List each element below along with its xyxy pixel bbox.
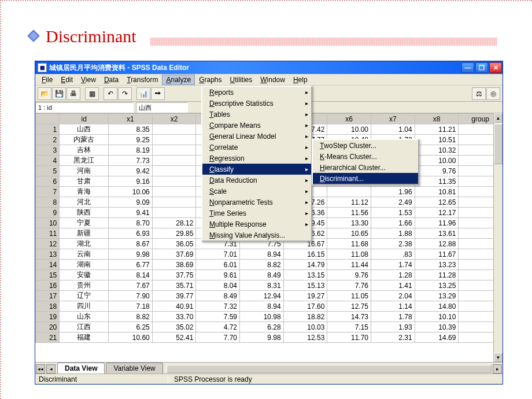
cell[interactable]: 1.66 [371, 218, 415, 228]
tab-nav-first-icon[interactable]: ◂◂ [36, 364, 45, 374]
cell[interactable]: 7.01 [196, 249, 240, 260]
scroll-down-icon[interactable]: ▼ [494, 353, 503, 362]
menu-item-scale[interactable]: Scale [202, 186, 311, 197]
cell-ref[interactable]: 1 : id [35, 102, 134, 113]
row-header[interactable]: 1 [36, 124, 60, 135]
cell[interactable]: 7.67 [109, 280, 153, 291]
row-header[interactable]: 19 [36, 312, 60, 322]
cell[interactable]: 39.77 [152, 291, 196, 301]
cell[interactable]: 安徽 [60, 270, 109, 280]
menu-utilities[interactable]: Utilities [226, 75, 257, 85]
close-button[interactable]: ✕ [489, 62, 502, 73]
menu-graphs[interactable]: Graphs [195, 75, 226, 85]
cell[interactable] [152, 156, 196, 166]
menu-item-general-linear-model[interactable]: General Linear Model [202, 131, 311, 142]
row-header[interactable]: 8 [36, 197, 60, 208]
cell[interactable]: 河北 [60, 197, 109, 208]
submenu-item-discriminant-[interactable]: Discriminant... [313, 173, 418, 184]
cell[interactable]: 1.88 [371, 228, 415, 239]
cell[interactable]: 7.90 [109, 291, 153, 301]
cell[interactable]: 10.10 [415, 312, 459, 322]
cell[interactable]: 7.59 [196, 312, 240, 322]
row-header[interactable]: 2 [36, 135, 60, 145]
cell[interactable]: 12.94 [240, 291, 284, 301]
menu-data[interactable]: Data [100, 75, 123, 85]
titlebar[interactable]: ▦ 城镇居民月平均消费资料 - SPSS Data Editor — ❐ ✕ [35, 61, 503, 74]
cell[interactable]: 1.53 [371, 208, 415, 218]
cell[interactable]: 9.61 [196, 270, 240, 280]
cell[interactable]: 11.28 [415, 270, 459, 280]
cell[interactable]: 8.82 [109, 312, 153, 322]
row-header[interactable]: 13 [36, 249, 60, 260]
tab-variable-view[interactable]: Variable View [106, 363, 162, 374]
cell[interactable]: 8.94 [240, 249, 284, 260]
row-header[interactable]: 4 [36, 156, 60, 166]
cell[interactable]: 19.27 [283, 291, 327, 301]
row-header[interactable]: 10 [36, 218, 60, 228]
cell-val[interactable]: 山西 [136, 102, 188, 113]
row-header[interactable]: 14 [36, 260, 60, 270]
cell[interactable]: 10.81 [415, 187, 459, 197]
menu-analyze[interactable]: Analyze [162, 75, 195, 85]
cell[interactable]: 8.70 [109, 218, 153, 228]
cell[interactable]: 8.04 [196, 280, 240, 291]
cell[interactable]: 7.70 [196, 332, 240, 343]
cell[interactable]: 37.75 [152, 270, 196, 280]
menu-item-time-series[interactable]: Time Series [202, 208, 311, 219]
cell[interactable]: 辽宁 [60, 291, 109, 301]
row-header[interactable]: 17 [36, 291, 60, 301]
cell[interactable]: 8.94 [240, 301, 284, 312]
goto-chart-icon[interactable]: 📊 [136, 87, 150, 100]
weight-icon[interactable]: ⚖ [472, 87, 486, 100]
horizontal-scrollbar[interactable] [167, 365, 492, 373]
cell[interactable]: 40.91 [152, 301, 196, 312]
cell[interactable]: 10.51 [415, 135, 459, 145]
submenu-item-hierarchical-cluster-[interactable]: Hierarchical Cluster... [313, 162, 418, 173]
goto-case-icon[interactable]: ⮕ [151, 87, 165, 100]
cell[interactable]: 9.76 [415, 166, 459, 176]
cell[interactable]: 2.31 [371, 332, 415, 343]
col-x1[interactable]: x1 [109, 114, 153, 124]
cell[interactable]: 9.25 [109, 135, 153, 145]
classify-submenu[interactable]: TwoStep Cluster...K-Means Cluster...Hier… [312, 139, 419, 185]
menu-file[interactable]: File [38, 75, 57, 85]
cell[interactable]: 10.39 [415, 322, 459, 332]
cell[interactable]: 9.41 [109, 208, 153, 218]
cell[interactable]: 10.32 [415, 145, 459, 156]
cell[interactable]: 江西 [60, 322, 109, 332]
cell[interactable]: 1.74 [371, 260, 415, 270]
cell[interactable]: 陕西 [60, 208, 109, 218]
cell[interactable]: 14.69 [415, 332, 459, 343]
row-header[interactable]: 9 [36, 208, 60, 218]
cell[interactable]: 52.41 [152, 332, 196, 343]
cell[interactable]: 14.80 [415, 301, 459, 312]
redo-icon[interactable]: ↷ [118, 87, 132, 100]
col-x7[interactable]: x7 [371, 114, 415, 124]
cell[interactable]: 13.30 [327, 218, 371, 228]
cell[interactable]: 13.29 [415, 291, 459, 301]
cell[interactable]: 36.05 [152, 239, 196, 249]
menu-item-regression[interactable]: Regression [202, 153, 311, 164]
row-header[interactable]: 18 [36, 301, 60, 312]
cell[interactable]: 38.69 [152, 260, 196, 270]
cell[interactable]: 29.85 [152, 228, 196, 239]
cell[interactable]: 四川 [60, 301, 109, 312]
cell[interactable] [152, 124, 196, 135]
cell[interactable]: 宁夏 [60, 218, 109, 228]
cell[interactable]: 8.67 [109, 239, 153, 249]
cell[interactable]: 7.32 [196, 301, 240, 312]
cell[interactable]: 12.75 [327, 301, 371, 312]
cell[interactable]: 6.93 [109, 228, 153, 239]
cell[interactable]: 贵州 [60, 280, 109, 291]
cell[interactable]: 7.76 [327, 280, 371, 291]
cell[interactable]: 8.35 [109, 124, 153, 135]
cell[interactable]: 青海 [60, 187, 109, 197]
cell[interactable]: 14.73 [327, 312, 371, 322]
cell[interactable]: 8.31 [240, 280, 284, 291]
cell[interactable]: 9.98 [109, 249, 153, 260]
row-header[interactable]: 20 [36, 322, 60, 332]
cell[interactable]: 山东 [60, 312, 109, 322]
cell[interactable]: 11.68 [327, 239, 371, 249]
cell[interactable]: 8.14 [109, 270, 153, 280]
menu-window[interactable]: Window [256, 75, 289, 85]
